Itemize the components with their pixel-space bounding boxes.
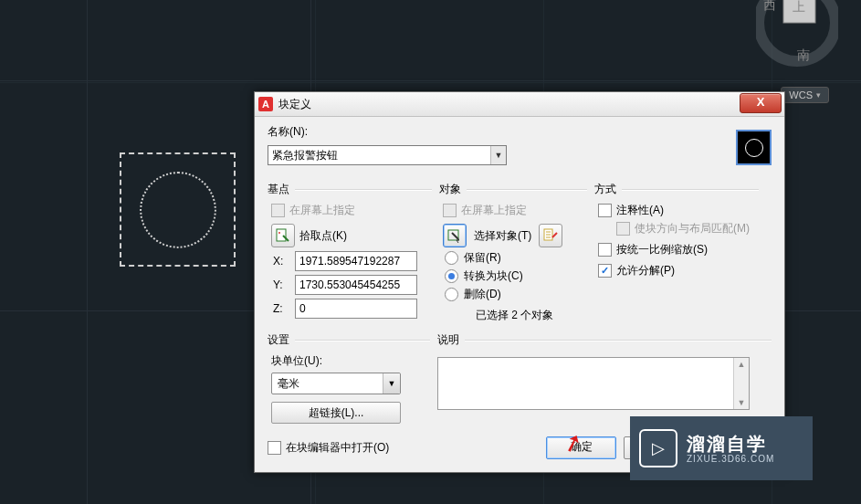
wcs-dropdown[interactable]: WCS (781, 87, 829, 103)
y-input[interactable] (295, 275, 417, 295)
scale-uniform-checkbox[interactable] (598, 243, 612, 257)
y-label: Y: (273, 278, 288, 291)
block-name-combo[interactable]: ▼ (268, 145, 507, 165)
watermark: ▷ 溜溜自学 ZIXUE.3D66.COM (630, 416, 813, 480)
description-textarea[interactable]: ▲ ▼ (437, 357, 750, 410)
delete-radio[interactable] (445, 288, 458, 301)
allow-explode-checkbox[interactable] (598, 264, 612, 278)
autocad-icon: A (258, 97, 273, 111)
unit-value: 毫米 (272, 373, 383, 394)
selected-count: 已选择 2 个对象 (476, 308, 587, 323)
retain-radio[interactable] (445, 251, 458, 265)
annotative-label: 注释性(A) (616, 203, 664, 218)
delete-label: 删除(D) (464, 287, 501, 302)
name-label: 名称(N): (268, 124, 308, 140)
select-objects-button[interactable] (443, 224, 467, 247)
x-input[interactable] (295, 251, 417, 271)
allow-explode-label: 允许分解(P) (616, 263, 675, 278)
open-in-editor-label: 在块编辑器中打开(O) (286, 440, 389, 456)
pick-point-button[interactable] (271, 224, 295, 247)
scrollbar[interactable]: ▲ ▼ (733, 358, 749, 409)
match-orient-label: 使块方向与布局匹配(M) (635, 221, 750, 236)
behavior-panel: 方式 注释性(A) 使块方向与布局匹配(M) 按统一比例缩放(S) 允许分解(P… (594, 173, 759, 323)
z-input[interactable] (295, 299, 417, 319)
chevron-down-icon[interactable]: ▼ (490, 146, 506, 164)
objects-title: 对象 (439, 182, 461, 197)
basepoint-title: 基点 (268, 182, 289, 197)
pick-point-label: 拾取点(K) (299, 228, 347, 244)
watermark-brand: 溜溜自学 (687, 434, 774, 454)
x-label: X: (273, 255, 288, 268)
retain-label: 保留(R) (464, 250, 501, 266)
match-orient-checkbox (616, 222, 630, 236)
behavior-title: 方式 (594, 182, 616, 197)
open-in-editor-checkbox[interactable] (268, 441, 281, 455)
unit-combo[interactable]: 毫米 ▼ (271, 373, 401, 394)
convert-radio[interactable] (445, 269, 458, 283)
svg-point-3 (278, 232, 280, 234)
scroll-up-icon[interactable]: ▲ (734, 358, 749, 371)
z-label: Z: (273, 302, 288, 315)
convert-label: 转换为块(C) (464, 268, 523, 284)
objects-onscreen-checkbox (443, 204, 457, 217)
dialog-titlebar[interactable]: A 块定义 X (255, 92, 784, 117)
scroll-down-icon[interactable]: ▼ (734, 396, 749, 409)
basepoint-onscreen-label: 在屏幕上指定 (289, 203, 355, 218)
select-objects-label: 选择对象(T) (474, 228, 531, 244)
objects-onscreen-label: 在屏幕上指定 (461, 203, 527, 218)
chevron-down-icon[interactable]: ▼ (383, 373, 400, 394)
dialog-title: 块定义 (278, 97, 311, 112)
play-icon: ▷ (639, 429, 677, 467)
block-name-input[interactable] (268, 146, 490, 164)
objects-panel: 对象 在屏幕上指定 选择对象(T) 保留(R) (439, 173, 587, 323)
preview-circle-icon (745, 139, 763, 157)
block-preview (736, 130, 772, 165)
watermark-url: ZIXUE.3D66.COM (687, 454, 774, 464)
annotative-checkbox[interactable] (598, 204, 612, 217)
selected-circle (140, 172, 216, 248)
settings-title: 设置 (268, 332, 289, 348)
quick-select-button[interactable] (539, 224, 562, 247)
hyperlink-button[interactable]: 超链接(L)... (271, 402, 401, 424)
svg-rect-2 (277, 229, 286, 241)
scale-uniform-label: 按统一比例缩放(S) (616, 242, 708, 257)
basepoint-onscreen-checkbox (271, 204, 285, 217)
close-button[interactable]: X (740, 93, 782, 113)
basepoint-panel: 基点 在屏幕上指定 拾取点(K) X: Y: (268, 173, 432, 323)
description-title: 说明 (437, 332, 459, 348)
unit-label: 块单位(U): (271, 353, 430, 369)
